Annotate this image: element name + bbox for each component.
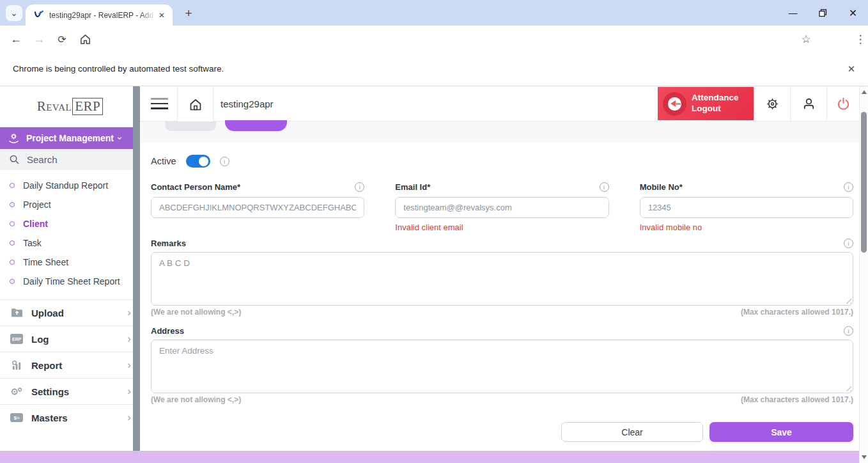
window-close-button[interactable]: ✕ <box>838 0 868 26</box>
scroll-up-arrow[interactable] <box>862 90 867 94</box>
logo-container: RevalERP <box>0 86 140 127</box>
active-toggle[interactable] <box>186 155 210 168</box>
active-row: Active i <box>151 155 229 168</box>
home-icon <box>189 98 203 112</box>
module-label: Project Management <box>26 133 114 143</box>
save-button[interactable]: Save <box>709 422 853 442</box>
remarks-hint-left: (We are not allowing <,>) <box>151 308 241 317</box>
back-button[interactable]: ← <box>6 26 26 52</box>
sidebar-scrollbar[interactable] <box>133 86 140 451</box>
browser-toolbar: ← → ⟳ testing29apr.revalerp.com/ProjectM… <box>0 26 868 52</box>
add-tab-partial-button[interactable] <box>225 120 287 131</box>
sidebar-section-settings[interactable]: Settings › <box>0 378 140 404</box>
remarks-hints: (We are not allowing <,>) (Max character… <box>151 308 853 317</box>
bookmark-star-icon[interactable]: ☆ <box>798 26 814 52</box>
fields-row: Contact Person Name* i Email Id* i Inval… <box>151 181 853 232</box>
automation-notice-text: Chrome is being controlled by automated … <box>13 64 224 74</box>
browser-tab[interactable]: testing29apr - RevalERP - Add C ✕ <box>26 4 173 26</box>
scroll-down-arrow[interactable] <box>862 455 867 459</box>
notice-close-icon[interactable]: ✕ <box>844 61 859 77</box>
module-header-project-management[interactable]: Project Management ⌄ <box>0 127 140 149</box>
attendance-line1: Attendance <box>692 93 739 104</box>
sidebar-item-daily-standup-report[interactable]: Daily Standup Report <box>0 176 140 195</box>
tab-search-button[interactable]: ⌄ <box>6 5 22 21</box>
remarks-hint-right: (Max characters allowed 1017.) <box>741 308 853 317</box>
tab-close-icon[interactable]: ✕ <box>156 10 167 21</box>
email-input[interactable] <box>395 197 608 218</box>
restore-icon <box>819 9 827 17</box>
info-icon[interactable]: i <box>844 239 853 248</box>
new-tab-button[interactable]: + <box>181 6 196 21</box>
person-icon <box>802 97 816 111</box>
clear-button[interactable]: Clear <box>561 422 703 442</box>
info-icon[interactable]: i <box>600 182 609 192</box>
sidebar-section-upload[interactable]: Upload › <box>0 299 140 326</box>
address-hints: (We are not allowing <,>) (Max character… <box>151 395 853 404</box>
search-placeholder: Search <box>27 154 58 165</box>
remarks-label-row: Remarks i <box>151 239 853 248</box>
sidebar-item-task[interactable]: Task <box>0 233 140 253</box>
mobile-error: Invalid mobile no <box>640 223 853 232</box>
automation-notice-bar: Chrome is being controlled by automated … <box>0 52 868 86</box>
page-scrollbar[interactable] <box>859 86 868 463</box>
bullet-icon <box>10 183 15 188</box>
bullet-icon <box>10 240 15 246</box>
attendance-logout-button[interactable]: Attendance Logout <box>658 87 754 120</box>
hamburger-menu-icon[interactable] <box>142 86 177 121</box>
window-restore-button[interactable] <box>808 0 838 26</box>
scrollbar-thumb[interactable] <box>861 112 867 253</box>
chevron-down-icon: ⌄ <box>116 131 123 141</box>
mobile-input[interactable] <box>640 197 853 218</box>
bullet-icon <box>10 279 15 284</box>
browser-home-button[interactable] <box>75 26 95 52</box>
forward-button[interactable]: → <box>29 26 49 52</box>
address-textarea[interactable] <box>151 340 853 393</box>
contact-person-label: Contact Person Name* <box>151 182 240 192</box>
info-icon[interactable]: i <box>355 182 364 192</box>
sidebar-sections: Upload › ERP Log › <box>0 299 140 430</box>
browser-menu-icon[interactable]: ⋮ <box>853 26 868 52</box>
attendance-line2: Logout <box>692 104 739 114</box>
reload-button[interactable]: ⟳ <box>52 26 72 52</box>
active-label: Active <box>151 156 176 166</box>
logout-button[interactable] <box>826 86 859 121</box>
sidebar-item-project[interactable]: Project <box>0 195 140 214</box>
email-field: Email Id* i Invalid client email <box>395 181 608 232</box>
chevron-right-icon: › <box>127 411 131 424</box>
remarks-textarea-wrap: A B C D <box>151 252 853 306</box>
chevron-down-icon: ⌄ <box>11 8 18 18</box>
window-minimize-button[interactable]: — <box>778 0 808 26</box>
contact-person-field: Contact Person Name* i <box>151 181 364 232</box>
sidebar-section-masters[interactable]: $= Masters › <box>0 404 140 430</box>
masters-card-icon: $= <box>10 413 23 422</box>
contact-person-input[interactable] <box>151 197 364 218</box>
remarks-label: Remarks <box>151 239 186 248</box>
profile-button[interactable] <box>790 86 826 121</box>
chevron-right-icon: › <box>127 333 131 345</box>
bullet-icon <box>10 202 15 207</box>
app-home-button[interactable] <box>177 86 213 124</box>
hand-gear-icon <box>8 132 20 145</box>
revalerp-logo: RevalERP <box>37 98 104 114</box>
chevron-right-icon: › <box>127 306 131 319</box>
email-label: Email Id* <box>395 182 430 192</box>
list-tab-partial-button[interactable] <box>165 122 216 131</box>
bullet-icon <box>10 260 15 265</box>
search-icon <box>10 155 19 164</box>
settings-button[interactable] <box>754 86 790 121</box>
info-icon[interactable]: i <box>844 182 853 192</box>
sidebar-section-report[interactable]: Report › <box>0 352 140 378</box>
sidebar-item-daily-time-sheet-report[interactable]: Daily Time Sheet Report <box>0 272 140 291</box>
address-label: Address <box>151 326 184 336</box>
sidebar-section-log[interactable]: ERP Log › <box>0 326 140 352</box>
tab-title: testing29apr - RevalERP - Add C <box>49 11 156 20</box>
info-icon[interactable]: i <box>844 326 853 336</box>
screen: ⌄ testing29apr - RevalERP - Add C ✕ + — … <box>0 0 868 463</box>
report-chart-icon <box>9 360 24 371</box>
remarks-textarea[interactable]: A B C D <box>151 252 853 306</box>
sidebar-item-time-sheet[interactable]: Time Sheet <box>0 253 140 272</box>
info-icon[interactable]: i <box>220 157 229 166</box>
sidebar-item-client[interactable]: Client <box>0 214 140 233</box>
sidebar-search[interactable]: Search <box>0 149 140 170</box>
footer-strip <box>0 451 859 463</box>
